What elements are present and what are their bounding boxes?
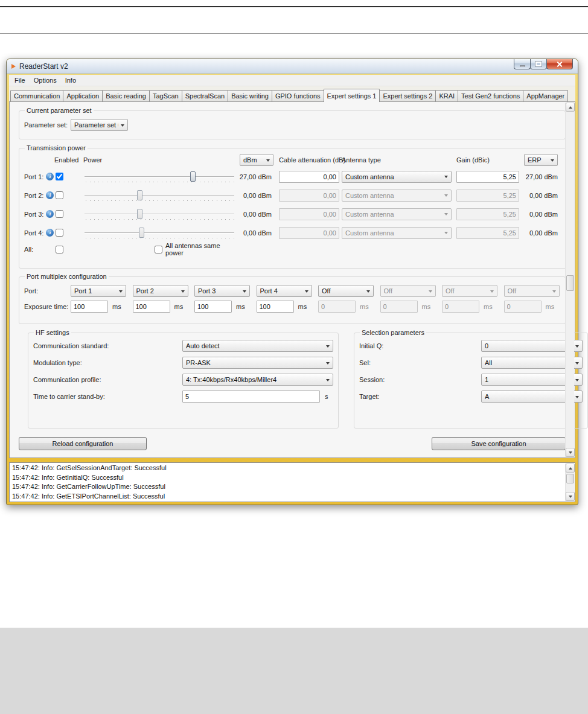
chevron-down-icon — [326, 362, 330, 366]
slider-thumb[interactable] — [137, 209, 142, 219]
mux-port-select-2[interactable]: Port 2 — [133, 285, 188, 297]
maximize-button[interactable] — [530, 59, 547, 69]
port-3-cable-attenuation-input[interactable] — [279, 208, 339, 220]
log-scrollbar[interactable] — [565, 464, 574, 501]
ms-unit-label: ms — [546, 303, 555, 310]
menu-bar: File Options Info — [9, 75, 575, 86]
port-1-power-slider[interactable] — [83, 171, 235, 183]
port-3-antenna-type-select[interactable]: Custom antenna — [342, 208, 452, 220]
port-4-enabled-checkbox[interactable] — [56, 229, 63, 237]
port-3-gain-input[interactable] — [456, 208, 519, 220]
port-2-erp-value: 0,00 dBm — [524, 192, 561, 199]
communication-standard-select[interactable]: Auto detect — [182, 340, 333, 352]
power-unit-select[interactable]: dBm — [240, 154, 273, 166]
mux-port-select-4[interactable]: Port 4 — [257, 285, 312, 297]
exposure-time-input-7[interactable] — [442, 301, 479, 313]
mux-port-select-3[interactable]: Port 3 — [194, 285, 250, 297]
transmission-all-row: All: All antennas same power — [24, 242, 561, 257]
port-4-power-slider[interactable] — [83, 227, 235, 239]
tab-expert-settings-2[interactable]: Expert settings 2 — [379, 90, 436, 101]
mux-port-select-5[interactable]: Off — [318, 285, 374, 297]
modulation-type-label: Modulation type: — [33, 359, 182, 366]
save-configuration-button[interactable]: Save configuration — [432, 437, 566, 450]
chevron-down-icon — [444, 232, 448, 236]
mux-port-select-6[interactable]: Off — [380, 285, 436, 297]
ms-unit-label: ms — [174, 303, 184, 310]
tab-krai[interactable]: KRAI — [435, 90, 458, 101]
tab-communication[interactable]: Communication — [10, 90, 63, 101]
port-4-antenna-type-select[interactable]: Custom antenna — [342, 227, 452, 239]
seconds-unit-label: s — [325, 393, 328, 400]
tab-spectralscan[interactable]: SpectralScan — [182, 90, 228, 101]
port-1-cable-attenuation-input[interactable] — [279, 171, 339, 183]
carrier-standby-input[interactable] — [182, 390, 320, 403]
info-icon[interactable] — [46, 229, 54, 237]
port-2-cable-attenuation-input[interactable] — [279, 190, 339, 202]
close-button[interactable] — [546, 59, 573, 69]
scroll-up-button[interactable] — [566, 103, 575, 112]
tab-tagscan[interactable]: TagScan — [149, 90, 182, 101]
chevron-down-icon — [575, 379, 579, 383]
exposure-time-input-2[interactable] — [133, 301, 170, 313]
info-icon[interactable] — [46, 173, 54, 180]
tab-test-gen2-functions[interactable]: Test Gen2 functions — [458, 90, 523, 101]
log-scroll-up-button[interactable] — [566, 464, 575, 473]
mux-port-select-8[interactable]: Off — [504, 285, 560, 297]
reload-configuration-button[interactable]: Reload configuration — [19, 437, 147, 450]
port-2-power-slider[interactable] — [83, 190, 235, 202]
port-1-gain-input[interactable] — [456, 171, 519, 183]
exposure-time-input-6[interactable] — [380, 301, 418, 313]
chevron-down-icon — [366, 290, 370, 295]
tab-gpio-functions[interactable]: GPIO functions — [272, 90, 324, 101]
tab-appmanager[interactable]: AppManager — [523, 90, 568, 101]
scroll-down-button[interactable] — [566, 448, 575, 457]
gain-unit-select[interactable]: ERP — [524, 154, 558, 166]
port-1-antenna-type-select[interactable]: Custom antenna — [342, 171, 452, 183]
tab-basic-reading[interactable]: Basic reading — [102, 90, 150, 101]
arrow-down-icon — [569, 451, 572, 456]
slider-ticks — [86, 182, 234, 182]
port-2-gain-input[interactable] — [456, 190, 519, 202]
log-scrollbar-thumb[interactable] — [566, 474, 574, 483]
parameter-set-select[interactable]: Parameter set 0 — [71, 119, 128, 131]
exposure-time-input-5[interactable] — [318, 301, 356, 313]
slider-thumb[interactable] — [139, 228, 144, 238]
exposure-time-input-8[interactable] — [504, 301, 542, 313]
port-2-antenna-type-select[interactable]: Custom antenna — [342, 190, 452, 202]
slider-track — [85, 176, 234, 177]
communication-standard-label: Communication standard: — [33, 342, 182, 349]
transmission-port-2-row: Port 2: 0,00 dBm Custom antenna — [24, 186, 561, 205]
exposure-time-input-4[interactable] — [257, 301, 294, 313]
mux-port-select-1[interactable]: Port 1 — [71, 285, 126, 297]
log-scroll-down-button[interactable] — [566, 492, 575, 501]
info-icon[interactable] — [46, 210, 54, 218]
modulation-type-select[interactable]: PR-ASK — [182, 357, 333, 369]
port-3-enabled-checkbox[interactable] — [56, 210, 63, 218]
menu-info[interactable]: Info — [61, 75, 80, 85]
menu-options[interactable]: Options — [30, 75, 61, 85]
minimize-button[interactable] — [514, 59, 531, 69]
slider-thumb[interactable] — [137, 190, 142, 200]
slider-thumb[interactable] — [190, 171, 196, 182]
port-4-cable-attenuation-input[interactable] — [279, 227, 339, 239]
same-power-checkbox[interactable] — [155, 246, 162, 253]
port-4-gain-input[interactable] — [456, 227, 519, 239]
port-2-enabled-checkbox[interactable] — [56, 191, 63, 199]
tab-basic-writing[interactable]: Basic writing — [228, 90, 272, 101]
exposure-time-input-1[interactable] — [71, 301, 108, 313]
exposure-time-input-3[interactable] — [194, 301, 232, 313]
tab-page-expert-settings-1: Current parameter set Parameter set: Par… — [9, 101, 575, 458]
scrollbar-thumb[interactable] — [566, 275, 574, 291]
communication-profile-select[interactable]: 4: Tx:40kbps/Rx40kbps/Miller4 — [182, 374, 333, 386]
port-1-enabled-checkbox[interactable] — [56, 173, 63, 180]
menu-file[interactable]: File — [10, 75, 30, 85]
info-icon[interactable] — [46, 191, 54, 199]
mux-port-select-7[interactable]: Off — [442, 285, 497, 297]
all-ports-enabled-checkbox[interactable] — [56, 246, 63, 253]
tab-application[interactable]: Application — [63, 90, 103, 101]
title-bar[interactable]: ReaderStart v2 — [7, 59, 578, 74]
chevron-down-icon — [429, 290, 432, 295]
port-3-power-slider[interactable] — [83, 208, 235, 220]
tab-expert-settings-1[interactable]: Expert settings 1 — [324, 89, 380, 102]
content-scrollbar[interactable] — [565, 103, 574, 457]
